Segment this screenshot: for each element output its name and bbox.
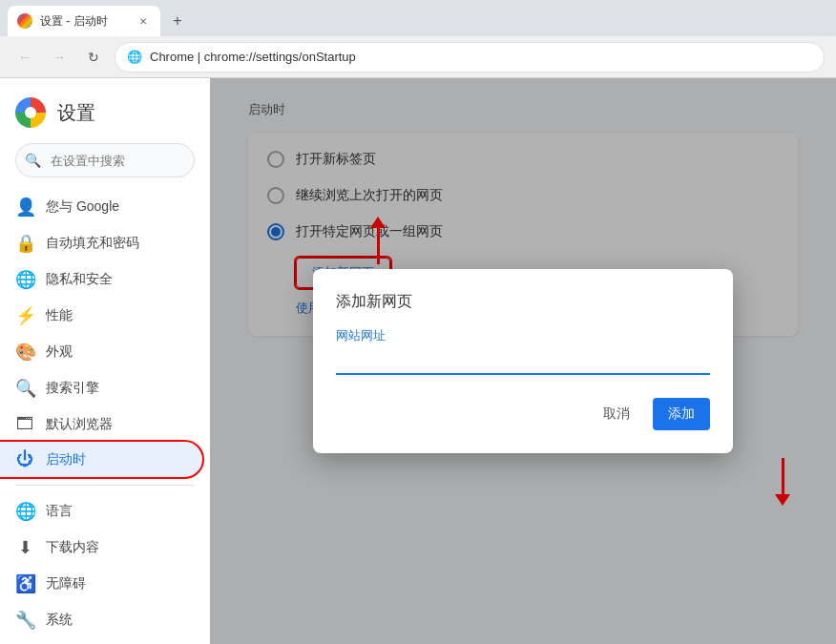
sidebar-item-appearance-label: 外观 [46,343,73,361]
download-icon: ⬇ [15,537,34,558]
sidebar: 设置 🔍 👤 您与 Google 🔒 自动填充和密码 🌐 隐私和安全 ⚡ 性能 [0,78,210,644]
settings-main: 启动时 打开新标签页 继续浏览上次打开的网页 打开特定网页或一组网页 [210,78,836,644]
back-button[interactable]: ← [11,44,38,71]
sidebar-item-performance-label: 性能 [46,307,73,324]
dialog-container: 添加新网页 网站网址 取消 添加 [313,269,733,453]
refresh-button[interactable]: ↻ [80,44,107,71]
sidebar-search-input[interactable] [15,143,195,177]
arrow-shaft-up [377,228,380,264]
sidebar-item-autofill-label: 自动填充和密码 [46,235,139,252]
performance-icon: ⚡ [15,305,34,326]
toolbar: ← → ↻ 🌐 Chrome | chrome://settings/onSta… [0,36,836,78]
arrow-head-up [370,217,386,228]
power-icon: ⏻ [15,449,34,469]
sidebar-item-language-label: 语言 [46,503,73,520]
lock-icon: 🔒 [15,233,34,254]
sidebar-item-downloads-label: 下载内容 [46,539,99,556]
address-url: chrome://settings/onStartup [204,50,356,64]
sidebar-item-language[interactable]: 🌐 语言 [0,493,202,530]
address-text: Chrome | chrome://settings/onStartup [150,50,812,64]
paint-icon: 🎨 [15,342,34,363]
address-prefix: Chrome [150,50,194,64]
sidebar-search-wrap: 🔍 [15,143,195,177]
tab-favicon [17,13,32,29]
url-label: 网站网址 [336,327,710,344]
active-tab[interactable]: 设置 - 启动时 ✕ [8,6,160,36]
sidebar-item-default-browser-label: 默认浏览器 [46,416,113,433]
url-input[interactable] [336,350,710,375]
sidebar-divider-1 [15,485,195,486]
address-security-icon: 🌐 [127,50,142,64]
sidebar-item-privacy-label: 隐私和安全 [46,271,113,288]
dialog-overlay: 添加新网页 网站网址 取消 添加 [210,78,836,644]
arrow-head-down [775,494,790,506]
url-input-wrap [336,350,710,375]
sidebar-item-startup-label: 启动时 [46,451,86,468]
arrow-to-input [370,217,386,264]
sidebar-item-privacy[interactable]: 🌐 隐私和安全 [0,261,202,298]
search-icon: 🔍 [15,378,34,399]
chrome-logo [15,97,46,128]
sidebar-item-default-browser[interactable]: 🗔 默认浏览器 [0,406,202,442]
sidebar-item-reset[interactable]: ↺ 重置设置 [0,638,202,644]
sidebar-header: 设置 [0,90,210,143]
sidebar-item-autofill[interactable]: 🔒 自动填充和密码 [0,225,202,261]
globe-icon: 🌐 [15,269,34,290]
sidebar-item-downloads[interactable]: ⬇ 下载内容 [0,530,202,566]
sidebar-title: 设置 [57,100,95,126]
forward-icon: → [52,50,66,65]
arrow-to-add-btn [775,458,790,506]
accessibility-icon: ♿ [15,573,34,594]
sidebar-item-search-label: 搜索引擎 [46,380,99,397]
arrow-shaft-down [782,458,784,494]
tab-bar: 设置 - 启动时 ✕ + [0,0,836,36]
user-icon: 👤 [15,197,34,218]
language-icon: 🌐 [15,501,34,522]
forward-button[interactable]: → [46,44,73,71]
sidebar-item-accessibility[interactable]: ♿ 无障碍 [0,566,202,602]
dialog-title: 添加新网页 [336,292,710,312]
browser-frame: 设置 - 启动时 ✕ + ← → ↻ 🌐 Chrome | chrome://s… [0,0,836,644]
add-button[interactable]: 添加 [653,398,710,430]
add-page-dialog: 添加新网页 网站网址 取消 添加 [313,269,733,453]
address-separator: | [194,50,204,64]
refresh-icon: ↻ [88,50,99,65]
sidebar-item-system-label: 系统 [46,612,73,629]
sidebar-item-accessibility-label: 无障碍 [46,575,86,592]
sidebar-item-google-label: 您与 Google [46,198,119,216]
sidebar-item-system[interactable]: 🔧 系统 [0,602,202,638]
sidebar-item-search[interactable]: 🔍 搜索引擎 [0,370,202,406]
tab-title: 设置 - 启动时 [40,13,128,30]
tab-close-button[interactable]: ✕ [136,13,151,29]
sidebar-item-appearance[interactable]: 🎨 外观 [0,334,202,370]
dialog-actions: 取消 添加 [336,398,710,430]
address-bar[interactable]: 🌐 Chrome | chrome://settings/onStartup [115,42,825,73]
sidebar-search-icon: 🔍 [25,153,41,168]
sidebar-item-google[interactable]: 👤 您与 Google [0,189,202,225]
sidebar-item-startup[interactable]: ⏻ 启动时 [0,442,202,477]
browser-icon: 🗔 [15,414,34,434]
back-icon: ← [18,50,31,65]
new-tab-button[interactable]: + [164,8,191,34]
cancel-button[interactable]: 取消 [588,398,645,430]
main-content: 设置 🔍 👤 您与 Google 🔒 自动填充和密码 🌐 隐私和安全 ⚡ 性能 [0,78,836,644]
sidebar-item-performance[interactable]: ⚡ 性能 [0,298,202,334]
wrench-icon: 🔧 [15,610,34,631]
